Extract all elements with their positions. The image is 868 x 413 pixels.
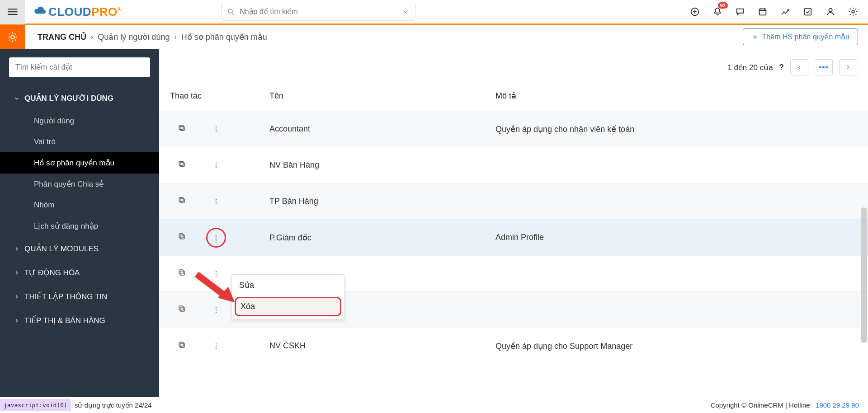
secondbar: TRANG CHỦ › Quản lý người dùng › Hồ sơ p… xyxy=(0,25,868,49)
sidebar-search[interactable] xyxy=(9,57,150,77)
chevron-down-icon[interactable] xyxy=(401,8,410,16)
breadcrumb-sep: › xyxy=(174,33,176,41)
duplicate-button[interactable] xyxy=(177,232,186,243)
settings-gear-button[interactable] xyxy=(0,25,25,49)
add-profile-button[interactable]: Thêm HS phân quyền mẫu xyxy=(743,28,858,45)
sidebar-group-label: QUẢN LÝ MODULES xyxy=(24,244,99,253)
sidebar-search-input[interactable] xyxy=(9,57,150,77)
row-more-button[interactable] xyxy=(212,269,221,278)
dots-vertical-icon xyxy=(212,233,221,242)
dots-vertical-icon xyxy=(212,342,221,351)
notifications-button[interactable]: 92 xyxy=(712,7,722,17)
svg-rect-8 xyxy=(179,125,183,129)
svg-point-6 xyxy=(11,35,14,39)
list-top-strip: 1 đến 20 của ? ••• xyxy=(159,49,868,81)
logo[interactable]: CLOUDPRO® xyxy=(34,5,122,19)
settings-sidebar: QUẢN LÝ NGƯỜI DÙNG Người dùng Vai trò Hồ… xyxy=(0,49,159,413)
sidebar-group-modules[interactable]: QUẢN LÝ MODULES xyxy=(0,237,159,261)
sidebar-item-sharing[interactable]: Phân quyền Chia sẻ xyxy=(0,174,159,195)
calendar-button[interactable] xyxy=(758,7,768,17)
duplicate-button[interactable] xyxy=(177,196,186,207)
svg-rect-7 xyxy=(180,127,184,131)
sidebar-item-roles[interactable]: Vai trò xyxy=(0,131,159,152)
svg-point-26 xyxy=(216,239,217,240)
row-more-button[interactable] xyxy=(212,125,221,134)
tasks-button[interactable] xyxy=(803,7,813,17)
svg-point-16 xyxy=(216,167,217,168)
cell-desc: Quyền áp dụng cho Support Manager xyxy=(495,341,844,351)
cell-name: TP Bán Hàng xyxy=(269,197,495,206)
scrollbar-thumb[interactable] xyxy=(861,207,867,343)
svg-rect-38 xyxy=(179,342,183,346)
dropdown-delete[interactable]: Xóa xyxy=(235,297,341,316)
cell-desc: Admin Profile xyxy=(495,233,844,242)
chevron-right-icon xyxy=(14,318,20,324)
sidebar-item-users[interactable]: Người dùng xyxy=(0,110,159,131)
dots-vertical-icon xyxy=(212,269,221,278)
add-quick-button[interactable] xyxy=(690,7,700,17)
cell-name: NV Bán Hàng xyxy=(269,160,495,170)
sidebar-group-marketing[interactable]: TIẾP THỊ & BÁN HÀNG xyxy=(0,309,159,333)
table-row[interactable]: TP Bán Hàng xyxy=(159,183,868,219)
pager-more-button[interactable]: ••• xyxy=(815,59,833,75)
chevron-right-icon xyxy=(845,64,851,70)
settings-button[interactable] xyxy=(848,7,858,17)
duplicate-button[interactable] xyxy=(177,304,186,315)
table-row[interactable]: NV Bán Hàng xyxy=(159,147,868,183)
row-more-button[interactable] xyxy=(212,342,221,351)
sidebar-item-profiles[interactable]: Hồ sơ phân quyền mẫu xyxy=(0,152,159,174)
svg-point-24 xyxy=(216,235,217,236)
global-search[interactable] xyxy=(221,3,415,21)
hamburger-menu-button[interactable] xyxy=(0,0,25,24)
profile-button[interactable] xyxy=(826,7,835,17)
pager-prev-button[interactable] xyxy=(790,59,808,75)
svg-point-5 xyxy=(852,10,854,13)
sidebar-group-label: TIẾP THỊ & BÁN HÀNG xyxy=(24,316,105,325)
check-square-icon xyxy=(803,7,813,17)
logo-registered: ® xyxy=(118,6,122,13)
duplicate-button[interactable] xyxy=(177,160,186,171)
profiles-table: Thao tác Tên Mô tả Accountant Quyền áp d… xyxy=(159,81,868,364)
chat-button[interactable] xyxy=(735,7,745,17)
svg-point-20 xyxy=(216,201,217,202)
breadcrumb-home[interactable]: TRANG CHỦ xyxy=(38,32,86,42)
copy-icon xyxy=(177,340,186,349)
global-search-input[interactable] xyxy=(240,8,401,16)
svg-rect-12 xyxy=(180,163,184,167)
footer-hotline-link[interactable]: 1900 29 29 90 xyxy=(816,401,859,409)
copy-icon xyxy=(177,304,186,313)
svg-rect-37 xyxy=(180,343,184,347)
dropdown-edit[interactable]: Sửa xyxy=(232,275,344,296)
sidebar-group-users[interactable]: QUẢN LÝ NGƯỜI DÙNG xyxy=(0,86,159,110)
sidebar-group-automation[interactable]: TỰ ĐỘNG HÓA xyxy=(0,261,159,285)
svg-point-29 xyxy=(216,271,217,272)
sidebar-group-label: THIẾT LẬP THÔNG TIN xyxy=(24,292,107,301)
svg-point-4 xyxy=(829,9,832,12)
content-scrollbar[interactable] xyxy=(861,144,867,386)
svg-rect-27 xyxy=(180,271,184,275)
table-row[interactable]: NV CSKH Quyền áp dụng cho Support Manage… xyxy=(159,328,868,364)
svg-point-19 xyxy=(216,198,217,200)
pager-range: 1 đến 20 của xyxy=(727,63,773,72)
duplicate-button[interactable] xyxy=(177,340,186,352)
row-more-button[interactable] xyxy=(212,233,221,242)
pager-next-button[interactable] xyxy=(839,59,857,75)
table-row[interactable]: P.Giám đốc Admin Profile xyxy=(159,219,868,255)
row-more-button[interactable] xyxy=(212,197,221,206)
reports-button[interactable] xyxy=(780,7,790,17)
sidebar-group-config[interactable]: THIẾT LẬP THÔNG TIN xyxy=(0,285,159,309)
sidebar-item-login-history[interactable]: Lịch sử đăng nhập xyxy=(0,216,159,237)
duplicate-button[interactable] xyxy=(177,268,186,279)
sidebar-item-groups[interactable]: Nhóm xyxy=(0,195,159,216)
sidebar-group-label: TỰ ĐỘNG HÓA xyxy=(24,268,80,277)
row-more-button[interactable] xyxy=(212,161,221,170)
footer-copyright: Copyright © OnlineCRM | Hotline: 1900 29… xyxy=(711,401,859,409)
gear-icon xyxy=(7,31,19,43)
content: 1 đến 20 của ? ••• Thao tác Tên Mô tả xyxy=(159,49,868,413)
duplicate-button[interactable] xyxy=(177,123,186,135)
row-more-button[interactable] xyxy=(212,305,221,314)
col-actions: Thao tác xyxy=(170,91,269,101)
breadcrumb-level-1[interactable]: Quản lý người dùng xyxy=(98,32,170,42)
table-row[interactable]: Accountant Quyền áp dụng cho nhân viên k… xyxy=(159,111,868,147)
copy-icon xyxy=(177,160,186,169)
